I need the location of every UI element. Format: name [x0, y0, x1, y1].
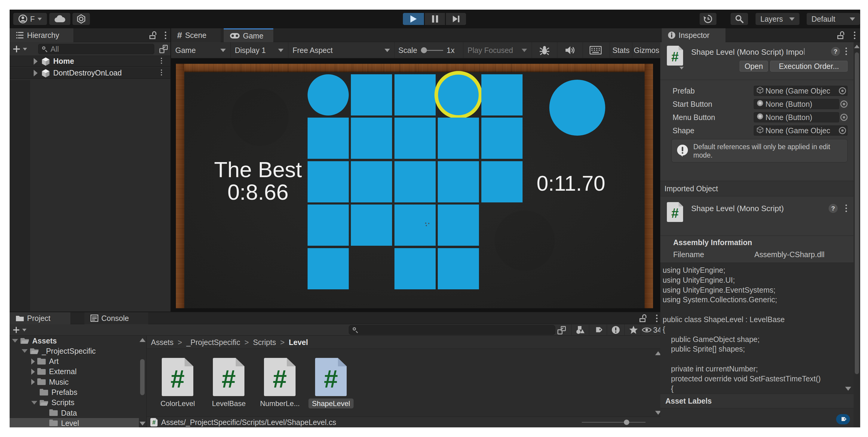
grid-square[interactable] — [482, 118, 523, 159]
object-field[interactable]: None (Game Objec — [754, 86, 847, 96]
stats-toggle[interactable]: Stats — [610, 42, 632, 58]
visible-count[interactable]: 34 — [641, 324, 662, 336]
grid-square[interactable] — [308, 205, 349, 246]
search-by-label-button[interactable] — [589, 324, 607, 336]
project-tree-item[interactable]: Scripts — [10, 398, 139, 408]
project-tree-item[interactable]: Assets — [10, 336, 139, 346]
expand-triangle-icon[interactable] — [31, 379, 35, 385]
step-button[interactable] — [446, 13, 466, 25]
grid-square[interactable] — [438, 205, 479, 246]
tab-console[interactable]: Console — [85, 312, 148, 324]
debug-toggle[interactable] — [532, 42, 557, 58]
grid-square[interactable] — [395, 161, 436, 202]
grid-square[interactable] — [395, 248, 436, 289]
game-view-dropdown[interactable]: Game — [171, 42, 230, 58]
lock-button[interactable] — [837, 31, 844, 41]
project-add-button[interactable] — [12, 325, 31, 335]
layers-dropdown[interactable]: Layers — [755, 13, 800, 25]
project-file-item[interactable]: #ShapeLevel — [306, 358, 356, 418]
grid-square[interactable] — [351, 161, 392, 202]
zoom-slider-thumb[interactable] — [624, 419, 629, 425]
lock-button[interactable] — [149, 31, 157, 41]
grid-square[interactable] — [438, 248, 479, 289]
expand-triangle-icon[interactable] — [34, 58, 38, 65]
aspect-dropdown[interactable]: Free Aspect — [288, 42, 394, 58]
item-menu-icon[interactable] — [161, 58, 162, 64]
play-focused-dropdown[interactable]: Play Focused — [463, 42, 531, 58]
project-search-input[interactable] — [349, 325, 555, 335]
layout-dropdown[interactable]: Default — [807, 13, 860, 25]
scroll-down-icon[interactable] — [140, 422, 146, 426]
pause-button[interactable] — [425, 13, 445, 25]
collapse-triangle-icon[interactable] — [22, 349, 28, 353]
tab-game[interactable]: Game — [224, 28, 273, 42]
unity-hub-button[interactable] — [72, 13, 90, 25]
inspector-scrollbar[interactable] — [854, 42, 860, 427]
hierarchy-search-input[interactable]: All — [38, 44, 154, 54]
object-picker-icon[interactable] — [840, 114, 847, 121]
grid-square[interactable] — [351, 205, 392, 246]
hierarchy-open-new-window-icon[interactable] — [159, 45, 168, 53]
tab-project[interactable]: Project — [10, 312, 70, 324]
grid-square[interactable] — [482, 161, 523, 202]
hierarchy-menu-icon[interactable] — [165, 32, 166, 39]
side-circle[interactable] — [549, 80, 605, 136]
expand-triangle-icon[interactable] — [34, 70, 38, 77]
grid-square[interactable] — [351, 118, 392, 159]
project-lock-icon[interactable] — [639, 314, 647, 322]
open-button[interactable]: Open — [740, 61, 768, 71]
project-open-new-window-icon[interactable] — [557, 326, 566, 334]
grid-square[interactable] — [482, 74, 523, 116]
project-file-item[interactable]: #LevelBase — [203, 358, 254, 418]
importer-menu-icon[interactable] — [845, 48, 847, 55]
grid-square[interactable] — [308, 248, 349, 289]
collapse-triangle-icon[interactable] — [12, 339, 18, 343]
scale-slider[interactable] — [421, 47, 443, 53]
search-importlog-button[interactable] — [607, 324, 624, 336]
breadcrumb-segment[interactable]: Scripts — [253, 338, 276, 347]
icon-caret[interactable] — [680, 67, 684, 69]
help-icon[interactable]: ? — [831, 47, 840, 56]
object-picker-icon[interactable] — [839, 87, 846, 94]
inspector-menu-icon[interactable] — [854, 32, 856, 39]
breadcrumb-segment[interactable]: _ProjectSpecific — [186, 338, 240, 347]
add-label-button[interactable] — [836, 414, 850, 425]
inspector-lock-icon[interactable] — [837, 31, 844, 39]
grid-square[interactable] — [351, 74, 392, 116]
breadcrumb-segment[interactable]: Level — [289, 338, 308, 347]
object-field[interactable]: None (Button) — [754, 99, 839, 109]
hierarchy-item[interactable]: Home — [10, 56, 170, 67]
cloud-button[interactable] — [49, 13, 70, 25]
grid-square[interactable] — [308, 118, 349, 159]
project-file-item[interactable]: #ColorLevel — [152, 358, 203, 418]
breadcrumb-segment[interactable]: Assets — [151, 338, 174, 347]
gizmos-dropdown[interactable]: Gizmos — [632, 42, 662, 58]
object-field[interactable]: None (Game Objec — [754, 125, 847, 136]
project-tree-item[interactable]: Prefabs — [10, 387, 139, 398]
scroll-up-icon[interactable] — [854, 45, 860, 49]
project-file-item[interactable]: #NumberLe... — [254, 358, 306, 418]
grid-square[interactable] — [395, 118, 436, 159]
hierarchy-item[interactable]: DontDestroyOnLoad — [10, 68, 170, 79]
game-viewport[interactable]: The Best 0:8.66 0:11.70 — [171, 58, 662, 312]
project-tree-item[interactable]: Data — [10, 408, 139, 418]
scroll-up-icon[interactable] — [140, 338, 146, 342]
tab-hierarchy[interactable]: Hierarchy — [10, 28, 73, 42]
zoom-slider[interactable] — [582, 419, 646, 425]
favorites-button[interactable] — [625, 324, 642, 336]
grid-circle[interactable] — [308, 74, 349, 116]
display-dropdown[interactable]: Display 1 — [230, 42, 288, 58]
execution-order-button[interactable]: Execution Order... — [770, 61, 847, 71]
account-button[interactable]: F — [13, 13, 47, 25]
object-field[interactable]: None (Button) — [754, 112, 839, 122]
grid-square[interactable] — [438, 161, 479, 202]
search-by-type-button[interactable] — [571, 324, 589, 336]
help-icon[interactable]: ? — [829, 204, 838, 213]
mute-audio-toggle[interactable] — [557, 42, 583, 58]
project-tree-item[interactable]: External — [10, 367, 139, 377]
object-picker-icon[interactable] — [840, 100, 847, 108]
scale-slider-thumb[interactable] — [421, 47, 427, 53]
project-tree-item[interactable]: Level — [10, 418, 139, 427]
lock-button[interactable] — [639, 314, 647, 324]
object-picker-icon[interactable] — [839, 127, 846, 134]
